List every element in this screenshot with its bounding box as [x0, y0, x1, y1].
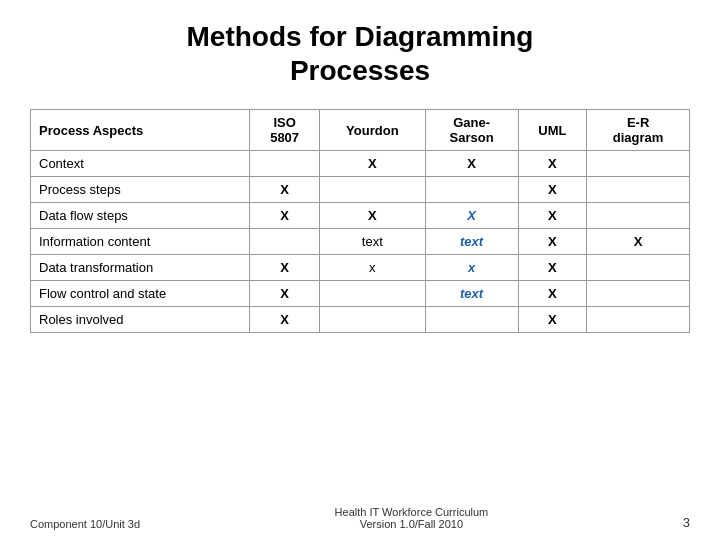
cell-yourdon: X — [320, 203, 426, 229]
cell-yourdon — [320, 177, 426, 203]
table-row: ContextXXX — [31, 151, 690, 177]
cell-uml: X — [518, 203, 587, 229]
table-row: Roles involvedXX — [31, 307, 690, 333]
table-wrapper: Process Aspects ISO5807 Yourdon Gane-Sar… — [30, 109, 690, 333]
cell-er — [587, 255, 690, 281]
cell-yourdon: x — [320, 255, 426, 281]
col-header-uml: UML — [518, 110, 587, 151]
table-row: Data flow stepsXXXX — [31, 203, 690, 229]
cell-uml: X — [518, 255, 587, 281]
table-row: Flow control and stateXtextX — [31, 281, 690, 307]
footer-center: Health IT Workforce Curriculum Version 1… — [140, 506, 683, 530]
col-header-gane: Gane-Sarson — [425, 110, 518, 151]
cell-yourdon — [320, 307, 426, 333]
col-header-iso: ISO5807 — [250, 110, 320, 151]
col-header-er: E-Rdiagram — [587, 110, 690, 151]
row-label: Information content — [31, 229, 250, 255]
cell-gane: X — [425, 203, 518, 229]
cell-er — [587, 177, 690, 203]
footer-left: Component 10/Unit 3d — [30, 518, 140, 530]
col-header-aspect: Process Aspects — [31, 110, 250, 151]
cell-gane: X — [425, 151, 518, 177]
cell-iso: X — [250, 203, 320, 229]
cell-uml: X — [518, 177, 587, 203]
methods-table: Process Aspects ISO5807 Yourdon Gane-Sar… — [30, 109, 690, 333]
cell-er — [587, 307, 690, 333]
cell-gane — [425, 177, 518, 203]
cell-iso: X — [250, 255, 320, 281]
page-title: Methods for Diagramming Processes — [187, 20, 534, 87]
cell-gane: text — [425, 229, 518, 255]
cell-iso: X — [250, 307, 320, 333]
cell-yourdon: X — [320, 151, 426, 177]
cell-yourdon: text — [320, 229, 426, 255]
cell-gane — [425, 307, 518, 333]
row-label: Process steps — [31, 177, 250, 203]
cell-er — [587, 151, 690, 177]
page: Methods for Diagramming Processes Proces… — [0, 0, 720, 540]
cell-gane: text — [425, 281, 518, 307]
cell-er: X — [587, 229, 690, 255]
cell-iso — [250, 229, 320, 255]
col-header-yourdon: Yourdon — [320, 110, 426, 151]
cell-gane: x — [425, 255, 518, 281]
row-label: Context — [31, 151, 250, 177]
row-label: Data transformation — [31, 255, 250, 281]
row-label: Roles involved — [31, 307, 250, 333]
table-row: Process stepsXX — [31, 177, 690, 203]
cell-er — [587, 281, 690, 307]
cell-uml: X — [518, 281, 587, 307]
cell-iso: X — [250, 177, 320, 203]
cell-iso — [250, 151, 320, 177]
table-row: Data transformationXxxX — [31, 255, 690, 281]
footer: Component 10/Unit 3d Health IT Workforce… — [30, 498, 690, 530]
cell-uml: X — [518, 151, 587, 177]
row-label: Flow control and state — [31, 281, 250, 307]
table-row: Information contenttexttextXX — [31, 229, 690, 255]
cell-uml: X — [518, 229, 587, 255]
cell-yourdon — [320, 281, 426, 307]
cell-er — [587, 203, 690, 229]
page-number: 3 — [683, 515, 690, 530]
row-label: Data flow steps — [31, 203, 250, 229]
cell-iso: X — [250, 281, 320, 307]
cell-uml: X — [518, 307, 587, 333]
